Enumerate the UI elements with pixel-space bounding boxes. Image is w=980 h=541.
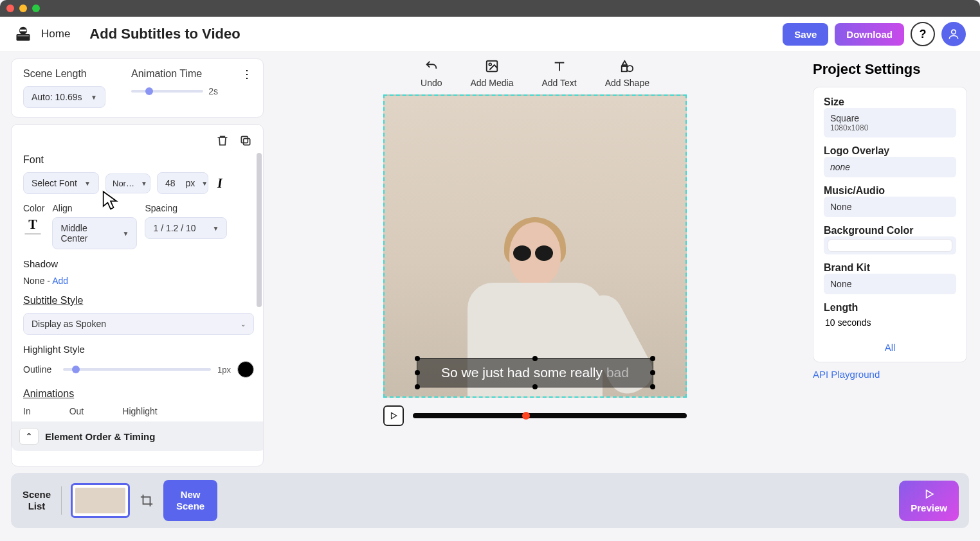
duplicate-icon[interactable]	[239, 134, 253, 148]
font-weight-dropdown[interactable]: Nor…▼	[105, 173, 150, 193]
app-logo	[14, 25, 32, 43]
add-media-button[interactable]: Add Media	[471, 58, 514, 88]
svg-rect-1	[17, 35, 29, 37]
page-title: Add Subtitles to Video	[89, 26, 240, 42]
background-color-label: Background Color	[824, 225, 956, 236]
anim-highlight-label: Highlight	[122, 406, 157, 416]
animation-time-value: 2s	[208, 86, 218, 96]
api-playground-link[interactable]: API Playground	[813, 369, 967, 380]
svg-rect-6	[241, 136, 248, 143]
delete-icon[interactable]	[215, 134, 230, 148]
save-button[interactable]: Save	[783, 23, 828, 46]
svg-point-10	[627, 66, 633, 71]
scrollbar[interactable]	[257, 153, 262, 307]
shadow-add-link[interactable]: Add	[52, 276, 68, 286]
divider	[61, 486, 62, 515]
svg-rect-0	[17, 34, 30, 41]
size-selector[interactable]: Square 1080x1080	[824, 108, 956, 137]
animation-time-label: Animation Time	[131, 68, 218, 80]
undo-button[interactable]: Undo	[421, 58, 442, 88]
subtitle-style-dropdown[interactable]: Display as Spoken⌄	[23, 313, 254, 335]
crop-icon[interactable]	[139, 493, 154, 508]
logo-overlay-label: Logo Overlay	[824, 145, 956, 157]
font-family-dropdown[interactable]: Select Font▼	[23, 172, 99, 194]
window-close-dot[interactable]	[6, 4, 14, 12]
logo-overlay-selector[interactable]: none	[824, 157, 956, 177]
scene-menu-icon[interactable]: ⋯	[240, 69, 255, 82]
outline-value: 1px	[217, 365, 231, 375]
italic-toggle[interactable]: I	[215, 173, 225, 193]
anim-in-label: In	[23, 406, 31, 416]
download-button[interactable]: Download	[835, 23, 904, 46]
element-order-label: Element Order & Timing	[45, 431, 155, 442]
timeline-scrubber[interactable]	[413, 413, 687, 418]
background-color-picker[interactable]	[824, 236, 956, 254]
scene-settings-card: Scene Length Auto: 10.69s▼ Animation Tim…	[11, 58, 264, 118]
font-size-dropdown[interactable]: 48 px▼	[157, 172, 208, 194]
highlight-style-label: Highlight Style	[23, 344, 254, 355]
account-avatar[interactable]	[941, 22, 966, 46]
svg-point-4	[952, 30, 956, 34]
length-label: Length	[824, 302, 956, 314]
music-selector[interactable]: None	[824, 197, 956, 217]
scene-length-label: Scene Length	[23, 68, 105, 80]
subtitle-style-label: Subtitle Style	[23, 295, 254, 306]
window-minimize-dot[interactable]	[19, 4, 27, 12]
scene-list-label: SceneList	[21, 489, 52, 512]
spacing-dropdown[interactable]: 1 / 1.2 / 10▼	[145, 217, 227, 239]
length-value: 10 seconds	[824, 314, 956, 332]
project-settings-title: Project Settings	[813, 61, 967, 78]
shadow-label: Shadow	[23, 258, 254, 269]
text-properties-card: Font Select Font▼ Nor…▼ 48 px▼ I Color T	[11, 124, 264, 466]
add-shape-button[interactable]: Add Shape	[605, 58, 649, 88]
font-section-label: Font	[23, 154, 254, 166]
scene-thumbnail[interactable]	[71, 483, 130, 518]
align-dropdown[interactable]: Middle Center▼	[52, 217, 137, 249]
video-canvas[interactable]: So we just had some really bad	[383, 94, 687, 398]
all-settings-link[interactable]: All	[824, 339, 956, 353]
animation-time-slider[interactable]	[131, 90, 203, 93]
outline-slider[interactable]	[63, 368, 211, 371]
music-label: Music/Audio	[824, 185, 956, 197]
brand-kit-label: Brand Kit	[824, 262, 956, 274]
playhead[interactable]	[522, 412, 530, 420]
anim-out-label: Out	[69, 406, 84, 416]
color-label: Color	[23, 203, 44, 213]
svg-rect-9	[622, 66, 627, 71]
subtitle-element[interactable]: So we just had some really bad	[417, 358, 653, 387]
outline-label: Outline	[23, 364, 57, 375]
help-icon[interactable]: ?	[911, 22, 935, 46]
element-order-toggle[interactable]: ⌃	[19, 428, 39, 445]
brand-kit-selector[interactable]: None	[824, 274, 956, 294]
shadow-value: None -	[23, 276, 50, 286]
svg-rect-5	[244, 139, 250, 145]
scene-length-dropdown[interactable]: Auto: 10.69s▼	[23, 86, 105, 108]
spacing-label: Spacing	[145, 203, 227, 213]
svg-rect-3	[20, 30, 27, 31]
outline-color-picker[interactable]	[237, 361, 254, 378]
add-text-button[interactable]: Add Text	[541, 58, 576, 88]
preview-button[interactable]: Preview	[899, 481, 959, 521]
align-label: Align	[52, 203, 137, 213]
home-link[interactable]: Home	[41, 28, 70, 40]
svg-point-8	[489, 63, 491, 66]
project-settings-card: Size Square 1080x1080 Logo Overlay none …	[813, 87, 967, 362]
new-scene-button[interactable]: NewScene	[163, 480, 217, 521]
play-button[interactable]	[383, 405, 404, 426]
size-label: Size	[824, 96, 956, 108]
window-maximize-dot[interactable]	[32, 4, 40, 12]
scene-list-bar: SceneList NewScene Preview	[11, 473, 969, 528]
animations-label: Animations	[23, 388, 254, 400]
text-color-picker[interactable]: T	[23, 217, 42, 231]
